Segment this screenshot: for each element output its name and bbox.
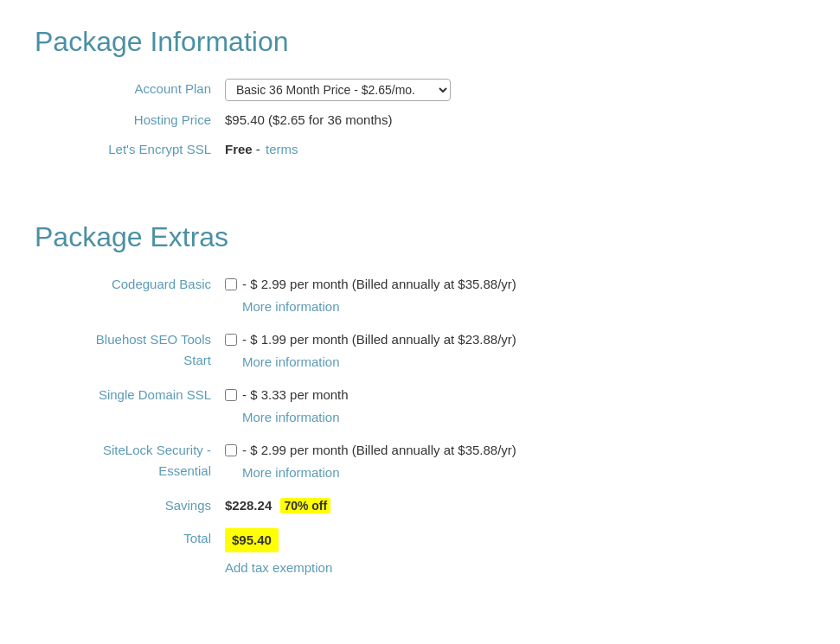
account-plan-value: Basic 36 Month Price - $2.65/mo. Basic 1… (225, 79, 640, 101)
seo-tools-row: Bluehost SEO ToolsStart - $ 1.99 per mon… (35, 329, 640, 373)
add-tax-exemption-link[interactable]: Add tax exemption (225, 558, 640, 578)
package-extras-section: Package Extras Codeguard Basic - $ 2.99 … (35, 221, 640, 578)
codeguard-checkbox[interactable] (225, 278, 237, 290)
total-row: Total $95.40 Add tax exemption (35, 528, 640, 578)
codeguard-value: - $ 2.99 per month (Billed annually at $… (225, 274, 640, 317)
savings-badge: 70% off (280, 498, 330, 513)
codeguard-label: Codeguard Basic (35, 274, 225, 295)
domain-ssl-value: - $ 3.33 per month More information (225, 385, 640, 428)
ssl-row: Let's Encrypt SSL Free - terms (35, 139, 640, 160)
ssl-dash: - (253, 142, 264, 156)
account-plan-row: Account Plan Basic 36 Month Price - $2.6… (35, 79, 640, 101)
hosting-price-label: Hosting Price (35, 110, 225, 131)
domain-ssl-line: - $ 3.33 per month (225, 385, 640, 405)
seo-tools-checkbox[interactable] (225, 334, 237, 346)
sitelock-value: - $ 2.99 per month (Billed annually at $… (225, 440, 640, 483)
seo-tools-label: Bluehost SEO ToolsStart (35, 329, 225, 371)
savings-value: $228.24 70% off (225, 495, 640, 516)
ssl-value: Free - terms (225, 139, 640, 160)
ssl-terms-link[interactable]: terms (266, 142, 298, 156)
package-info-table: Account Plan Basic 36 Month Price - $2.6… (35, 79, 640, 160)
sitelock-row: SiteLock Security -Essential - $ 2.99 pe… (35, 440, 640, 483)
section-divider (35, 194, 805, 195)
domain-ssl-checkbox[interactable] (225, 389, 237, 401)
total-amount: $95.40 (225, 528, 279, 552)
hosting-price-row: Hosting Price $95.40 ($2.65 for 36 month… (35, 110, 640, 131)
total-value: $95.40 Add tax exemption (225, 528, 640, 578)
package-extras-title: Package Extras (35, 221, 640, 253)
seo-tools-line: - $ 1.99 per month (Billed annually at $… (225, 329, 640, 350)
total-label: Total (35, 528, 225, 549)
savings-row: Savings $228.24 70% off (35, 495, 640, 516)
seo-tools-more-info[interactable]: More information (242, 352, 640, 373)
codeguard-line: - $ 2.99 per month (Billed annually at $… (225, 274, 640, 295)
domain-ssl-label: Single Domain SSL (35, 385, 225, 405)
package-info-title: Package Information (35, 26, 805, 58)
ssl-label: Let's Encrypt SSL (35, 139, 225, 160)
savings-label: Savings (35, 495, 225, 516)
sitelock-more-info[interactable]: More information (242, 462, 640, 483)
domain-ssl-more-info[interactable]: More information (242, 407, 640, 428)
sitelock-checkbox[interactable] (225, 444, 237, 456)
domain-ssl-row: Single Domain SSL - $ 3.33 per month Mor… (35, 385, 640, 428)
sitelock-text: - $ 2.99 per month (Billed annually at $… (242, 440, 516, 461)
account-plan-label: Account Plan (35, 79, 225, 99)
sitelock-label: SiteLock Security -Essential (35, 440, 225, 481)
seo-tools-value: - $ 1.99 per month (Billed annually at $… (225, 329, 640, 373)
savings-amount: $228.24 (225, 498, 272, 513)
seo-tools-text: - $ 1.99 per month (Billed annually at $… (242, 329, 516, 350)
hosting-price-value: $95.40 ($2.65 for 36 months) (225, 110, 640, 131)
sitelock-line: - $ 2.99 per month (Billed annually at $… (225, 440, 640, 461)
codeguard-more-info[interactable]: More information (242, 296, 640, 317)
domain-ssl-text: - $ 3.33 per month (242, 385, 349, 405)
account-plan-select[interactable]: Basic 36 Month Price - $2.65/mo. Basic 1… (225, 79, 451, 101)
codeguard-row: Codeguard Basic - $ 2.99 per month (Bill… (35, 274, 640, 317)
package-information-section: Package Information Account Plan Basic 3… (35, 26, 805, 160)
codeguard-text: - $ 2.99 per month (Billed annually at $… (242, 274, 516, 295)
ssl-free-text: Free (225, 142, 253, 156)
